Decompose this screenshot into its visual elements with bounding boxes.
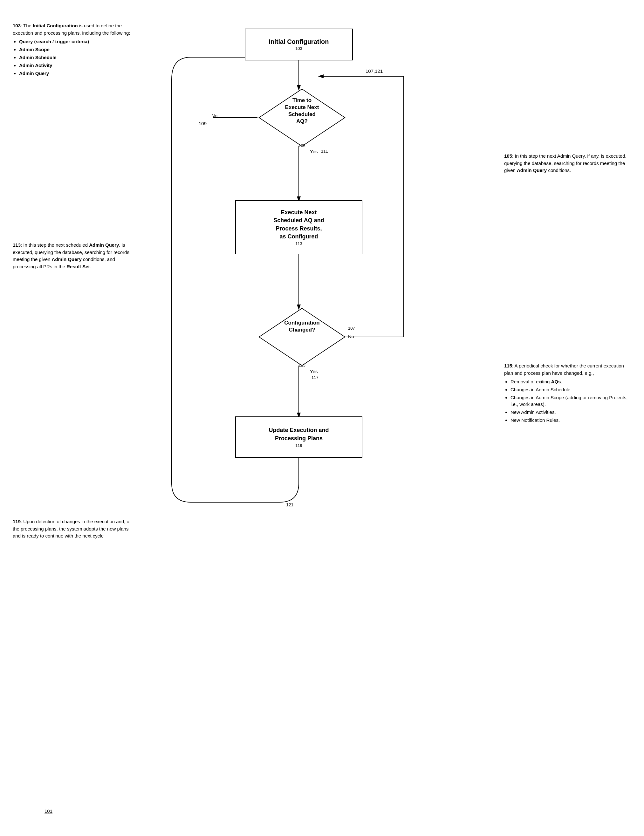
label-no-diamond2: No	[348, 334, 354, 339]
ann113-bold2: Admin Query	[52, 256, 82, 262]
ann103-intro: : The	[21, 23, 33, 28]
page-number: 101	[44, 808, 52, 814]
label-117: 117	[312, 375, 319, 380]
label-yes-diamond2: Yes	[310, 369, 317, 374]
ann103-bold1: Initial Configuration	[33, 23, 78, 28]
ann115-bullets: Removal of exiting AQs. Changes in Admin…	[504, 378, 631, 423]
label-111: 111	[321, 149, 328, 153]
ann113-number: 113	[13, 242, 21, 248]
list-item: Query (search / trigger criteria)	[19, 38, 137, 45]
ann105-text2: conditions.	[547, 168, 571, 173]
diamond2-label: ConfigurationChanged?	[267, 320, 337, 333]
node-update: Update Execution andProcessing Plans 119	[235, 416, 362, 458]
label-109: 109	[199, 121, 207, 126]
page-container: 103: The Initial Configuration is used t…	[13, 13, 631, 823]
ann113-bold1: Admin Query	[89, 242, 119, 248]
label-107-121: 107,121	[366, 69, 383, 74]
ann113-text: : In this step the next scheduled	[21, 242, 89, 248]
node-diamond2: ConfigurationChanged? 115	[257, 307, 347, 368]
node-execute-label: Execute NextScheduled AQ andProcess Resu…	[273, 209, 324, 241]
node-initial-config: Initial Configuration 103	[245, 29, 353, 60]
node-initial-number: 103	[295, 46, 302, 51]
ann119-text: : Upon detection of changes in the execu…	[13, 519, 131, 539]
diamond1-label: Time toExecute NextScheduledAQ?	[267, 97, 337, 125]
ann115-number: 115	[504, 363, 512, 368]
list-item: Admin Activity	[19, 62, 137, 69]
annotation-105: 105: In this step the next Admin Query, …	[504, 153, 631, 174]
label-yes-diamond1: Yes	[310, 149, 317, 154]
list-item: Admin Query	[19, 70, 137, 77]
ann113-text4: .	[90, 264, 91, 269]
svg-marker-16	[259, 309, 345, 366]
list-item: New Admin Activities.	[510, 409, 631, 415]
annotation-115: 115: A periodical check for whether the …	[504, 362, 631, 425]
label-107: 107	[348, 326, 355, 331]
list-item: Admin Schedule	[19, 54, 137, 61]
ann119-number: 119	[13, 519, 21, 524]
ann113-bold3: Result Set	[67, 264, 90, 269]
diamond2-number: 115	[299, 363, 306, 367]
node-execute: Execute NextScheduled AQ andProcess Resu…	[235, 200, 362, 254]
list-item: New Notification Rules.	[510, 417, 631, 423]
ann105-bold1: Admin Query	[517, 168, 547, 173]
ann103-number: 103	[13, 23, 21, 28]
list-item: Changes in Admin Scope (adding or removi…	[510, 394, 631, 408]
list-item: Changes in Admin Schedule.	[510, 386, 631, 393]
list-item: Removal of exiting AQs.	[510, 378, 631, 385]
svg-marker-12	[318, 74, 324, 78]
ann105-number: 105	[504, 153, 512, 158]
ann103-bullets: Query (search / trigger criteria) Admin …	[13, 38, 137, 77]
node-diamond1: Time toExecute NextScheduledAQ? 105	[257, 87, 347, 149]
label-121: 121	[286, 502, 293, 507]
node-initial-label: Initial Configuration	[269, 38, 329, 46]
annotation-113: 113: In this step the next scheduled Adm…	[13, 242, 137, 270]
node-execute-number: 113	[295, 241, 302, 246]
node-update-label: Update Execution andProcessing Plans	[269, 426, 329, 442]
label-no-diamond1: No	[211, 113, 217, 118]
ann115-text1: : A periodical check for whether the cur…	[504, 363, 624, 376]
diamond1-number: 105	[299, 144, 306, 148]
annotation-103: 103: The Initial Configuration is used t…	[13, 22, 137, 78]
node-update-number: 119	[295, 443, 302, 448]
list-item: Admin Scope	[19, 46, 137, 53]
annotation-119: 119: Upon detection of changes in the ex…	[13, 518, 137, 540]
diamond2-svg	[257, 307, 347, 367]
